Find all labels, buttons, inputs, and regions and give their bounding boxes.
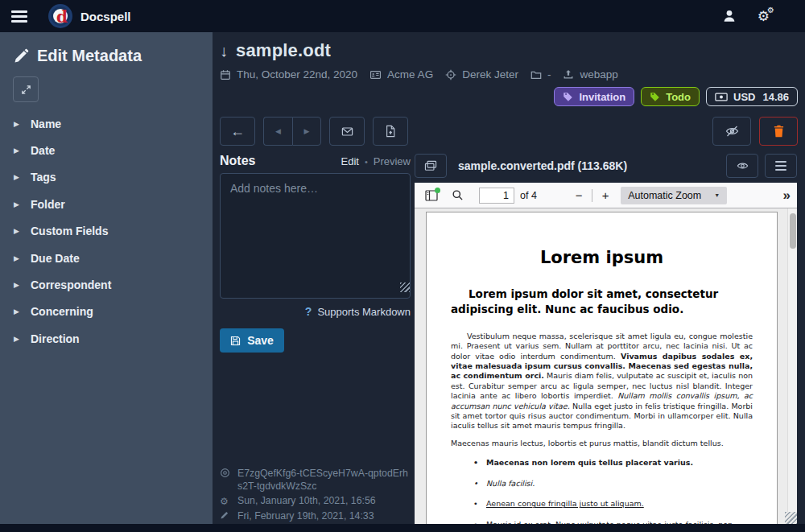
save-floppy-icon: [230, 336, 241, 346]
tag-badge-invitation[interactable]: Invitation: [554, 87, 634, 106]
item-updated-row: Fri, February 19th, 2021, 14:33: [220, 509, 411, 522]
pencil-icon: [13, 48, 29, 64]
pdf-paragraph-1: Vestibulum neque massa, scelerisque sit …: [451, 332, 753, 431]
pdfjs-toolbar: of 4 − + Automatic Zoom ▼ »: [415, 183, 797, 208]
tag-badge-todo[interactable]: Todo: [641, 87, 700, 106]
pdf-search-button[interactable]: [447, 186, 468, 205]
sidebar-item-name[interactable]: ▶Name: [0, 110, 213, 137]
attachments-list-button[interactable]: [415, 154, 447, 178]
pencil-icon: [220, 509, 231, 522]
notes-textarea[interactable]: [220, 173, 411, 299]
pdf-scrollbar-thumb[interactable]: [790, 213, 796, 249]
eye-icon: [736, 160, 749, 171]
images-icon: [424, 160, 437, 171]
pdf-page-1: Lorem ipsum Lorem ipsum dolor sit amet, …: [426, 212, 778, 524]
notes-preview-tab[interactable]: Preview: [374, 155, 411, 167]
expand-arrows-icon: [21, 85, 31, 95]
pdf-page-count: of 4: [520, 190, 537, 201]
item-concerning-person: Derek Jeter: [445, 68, 518, 80]
item-id-row: E7zgQefKfg6-tCEScyeH7wA-qptodErhs2T-tgdv…: [220, 467, 411, 493]
question-icon: ?: [305, 305, 312, 318]
main-content: ↓ sample.odt Thu, October 22nd, 2020 Acm…: [213, 32, 805, 524]
footer-strip: [0, 524, 805, 532]
caret-right-icon: ▶: [14, 254, 20, 262]
notification-dot: [435, 188, 440, 193]
brand[interactable]: d Docspell: [48, 4, 131, 28]
document-header: ↓ sample.odt Thu, October 22nd, 2020 Acm…: [213, 32, 805, 106]
crosshairs-icon: [445, 69, 456, 80]
pdf-paragraph-2: Maecenas mauris lectus, lobortis et puru…: [451, 439, 753, 448]
envelope-icon: [341, 126, 354, 138]
settings-cogs-icon[interactable]: ⚙⚙: [758, 10, 770, 23]
money-bill-icon: [715, 92, 728, 102]
markdown-hint-link[interactable]: ? Supports Markdown: [220, 305, 411, 318]
caret-right-icon: ▶: [14, 307, 20, 315]
attachment-menu-button[interactable]: [765, 154, 797, 178]
notes-panel: Notes Edit • Preview ? Supports Markdown…: [220, 152, 411, 524]
preview-toggle-button[interactable]: [726, 154, 758, 178]
notes-edit-tab[interactable]: Edit: [341, 155, 358, 167]
item-created-row: ⚙ Sun, January 10th, 2021, 16:56: [220, 494, 411, 508]
caret-right-icon: ▶: [14, 173, 20, 181]
caret-right-icon: ▶: [14, 281, 20, 289]
upload-icon: [563, 69, 574, 80]
attachment-panel: sample.converted.pdf (113.68K) o: [415, 152, 797, 524]
item-created: Sun, January 10th, 2021, 16:56: [237, 494, 376, 508]
next-item-button[interactable]: ▶: [292, 117, 321, 146]
sidebar-item-tags[interactable]: ▶Tags: [0, 164, 213, 191]
sidebar-item-direction[interactable]: ▶Direction: [0, 325, 213, 352]
zoom-level-select[interactable]: Automatic Zoom ▼: [621, 187, 727, 204]
item-folder: -: [530, 68, 551, 80]
pdf-viewport: Lorem ipsum Lorem ipsum dolor sit amet, …: [415, 208, 797, 524]
notes-title: Notes: [220, 154, 255, 168]
dot-separator: •: [365, 157, 368, 167]
send-mail-button[interactable]: [329, 117, 365, 146]
previous-item-button[interactable]: ◀: [263, 117, 292, 146]
file-upload-icon: [385, 125, 396, 138]
pdf-sidebar-toggle-button[interactable]: [421, 186, 442, 205]
caret-right-icon: ▶: [304, 127, 310, 135]
viewer-resize-handle[interactable]: [785, 512, 797, 524]
bars-icon: [775, 161, 786, 171]
zoom-out-button[interactable]: −: [570, 187, 588, 204]
tag-icon: [563, 92, 573, 102]
id-card-icon: [369, 69, 382, 80]
caret-right-icon: ▶: [14, 335, 20, 343]
delete-item-button[interactable]: [759, 117, 798, 146]
caret-right-icon: ▶: [14, 120, 20, 128]
calendar-icon: [220, 69, 231, 80]
attachment-header: sample.converted.pdf (113.68K): [415, 152, 797, 179]
hide-sidebar-button[interactable]: [712, 117, 751, 146]
zoom-in-button[interactable]: +: [597, 187, 614, 204]
user-icon[interactable]: [722, 9, 737, 23]
chevron-down-icon: ▼: [714, 192, 720, 198]
pdf-scrollbar[interactable]: [787, 208, 797, 524]
sidebar-item-concerning[interactable]: ▶Concerning: [0, 299, 213, 325]
app-title: Docspell: [80, 10, 131, 23]
sidebar-item-folder[interactable]: ▶Folder: [0, 191, 213, 217]
pdf-toolbar-more-button[interactable]: »: [761, 188, 791, 204]
expand-collapse-button[interactable]: [13, 76, 39, 102]
sidebar-item-correspondent[interactable]: ▶Correspondent: [0, 271, 213, 298]
sidebar-item-date[interactable]: ▶Date: [0, 137, 213, 163]
item-toolbar: ← ◀ ▶: [220, 117, 798, 146]
textarea-resize-handle[interactable]: [400, 282, 410, 292]
pdf-doc-title: Lorem ipsum: [451, 248, 753, 267]
item-updated: Fri, February 19th, 2021, 14:33: [237, 509, 374, 522]
add-file-button[interactable]: [373, 117, 408, 146]
trash-icon: [773, 125, 785, 138]
caret-left-icon: ◀: [275, 127, 281, 135]
pdf-bullet: Nulla facilisi.: [486, 479, 753, 489]
custom-field-badge-usd[interactable]: USD 14.86: [706, 87, 798, 106]
sidebar-item-due-date[interactable]: ▶Due Date: [0, 245, 213, 271]
menu-icon[interactable]: [11, 10, 27, 23]
sidebar-item-custom-fields[interactable]: ▶Custom Fields: [0, 218, 213, 245]
save-notes-button[interactable]: Save: [220, 328, 284, 353]
pdf-bullet: Aenean congue fringilla justo ut aliquam…: [486, 499, 753, 509]
metadata-section-list: ▶Name ▶Date ▶Tags ▶Folder ▶Custom Fields…: [0, 110, 213, 353]
back-button[interactable]: ←: [220, 117, 255, 146]
bullseye-icon: [220, 467, 231, 493]
pdf-page-number-input[interactable]: [479, 188, 514, 204]
arrow-left-icon: ←: [230, 123, 245, 140]
item-meta-block: E7zgQefKfg6-tCEScyeH7wA-qptodErhs2T-tgdv…: [220, 465, 411, 522]
